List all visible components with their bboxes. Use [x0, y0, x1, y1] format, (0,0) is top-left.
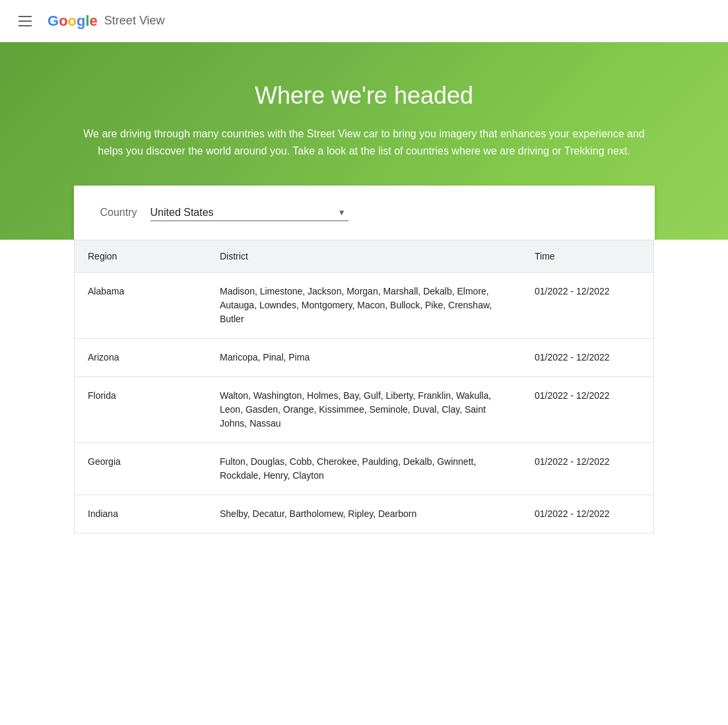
page-title: Street View [104, 14, 165, 28]
country-select[interactable]: United States Canada United Kingdom Aust… [150, 204, 348, 221]
table-row: FloridaWalton, Washington, Holmes, Bay, … [75, 377, 653, 443]
data-table-container[interactable]: Region District Time AlabamaMadison, Lim… [74, 240, 654, 534]
table-row: ArizonaMaricopa, Pinal, Pima01/2022 - 12… [75, 339, 653, 377]
table-cell-time: 01/2022 - 12/2022 [521, 273, 653, 339]
table-row: IndianaShelby, Decatur, Bartholomew, Rip… [75, 495, 653, 534]
country-select-wrapper: United States Canada United Kingdom Aust… [150, 204, 348, 221]
header: Google Street View [0, 0, 728, 42]
table-cell-region: Alabama [75, 273, 207, 339]
table-cell-region: Indiana [75, 495, 207, 534]
filter-card: Country United States Canada United King… [74, 186, 655, 240]
table-cell-region: Florida [75, 377, 207, 443]
hero-description: We are driving through many countries wi… [74, 125, 655, 159]
hero-section: Where we're headed We are driving throug… [0, 42, 728, 240]
table-cell-district: Fulton, Douglas, Cobb, Cherokee, Pauldin… [207, 443, 521, 495]
table-header-row: Region District Time [75, 240, 653, 273]
table-cell-time: 01/2022 - 12/2022 [521, 443, 653, 495]
column-header-district: District [207, 240, 521, 273]
table-row: GeorgiaFulton, Douglas, Cobb, Cherokee, … [75, 443, 653, 495]
table-cell-time: 01/2022 - 12/2022 [521, 339, 653, 377]
table-cell-region: Arizona [75, 339, 207, 377]
table-cell-district: Walton, Washington, Holmes, Bay, Gulf, L… [207, 377, 521, 443]
table-row: AlabamaMadison, Limestone, Jackson, Morg… [75, 273, 653, 339]
table-cell-time: 01/2022 - 12/2022 [521, 377, 653, 443]
table-cell-district: Maricopa, Pinal, Pima [207, 339, 521, 377]
table-cell-district: Shelby, Decatur, Bartholomew, Ripley, De… [207, 495, 521, 534]
table-cell-district: Madison, Limestone, Jackson, Morgan, Mar… [207, 273, 521, 339]
data-table: Region District Time AlabamaMadison, Lim… [75, 240, 653, 533]
country-label: Country [100, 207, 137, 219]
column-header-region: Region [75, 240, 207, 273]
table-cell-time: 01/2022 - 12/2022 [521, 495, 653, 534]
google-logo: Google [48, 13, 98, 30]
hero-title: Where we're headed [13, 82, 715, 110]
table-cell-region: Georgia [75, 443, 207, 495]
column-header-time: Time [521, 240, 653, 273]
menu-button[interactable] [13, 11, 37, 32]
table-section: Region District Time AlabamaMadison, Lim… [0, 240, 728, 534]
